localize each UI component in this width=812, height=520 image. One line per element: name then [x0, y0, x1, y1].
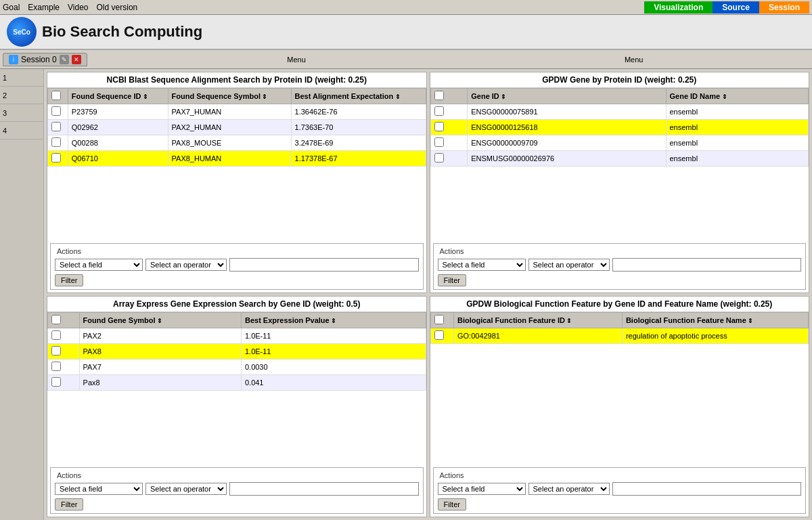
value-input-2[interactable] [229, 482, 419, 496]
row-checkbox-2-3[interactable] [51, 377, 61, 387]
col-header-1-1[interactable]: Gene ID ⇕ [468, 89, 666, 104]
table-row-2-0[interactable]: PAX21.0E-11 [48, 328, 426, 344]
cell-1-0-0: ENSG00000075891 [468, 104, 666, 120]
session-icon-close[interactable]: ✕ [72, 55, 81, 64]
row-checkbox-1-1[interactable] [434, 122, 444, 131]
session-bar: i Session 0 ✎ ✕ Menu Menu [0, 50, 812, 69]
filter-button-2[interactable]: Filter [55, 498, 83, 511]
table-row-0-0[interactable]: P23759PAX7_HUMAN1.36462E-76 [48, 104, 426, 120]
row-checkbox-1-2[interactable] [434, 137, 444, 147]
row-checkbox-2-2[interactable] [51, 362, 61, 371]
col-header-3-1[interactable]: Biological Function Feature ID ⇕ [453, 313, 622, 328]
table-row-1-3[interactable]: ENSMUSG00000026976ensembl [430, 151, 809, 167]
operator-select-2[interactable]: Select an operator [145, 483, 227, 495]
actions-label-1: Actions [438, 247, 466, 255]
field-select-0[interactable]: Select a field [55, 259, 143, 271]
header-checkbox-1[interactable] [434, 91, 444, 100]
table-scroll-2: Found Gene Symbol ⇕Best Expression Pvalu… [47, 312, 426, 464]
operator-select-3[interactable]: Select an operator [528, 483, 610, 495]
row-checkbox-2-0[interactable] [51, 330, 61, 340]
data-table-0: Found Sequence ID ⇕Found Sequence Symbol… [47, 88, 426, 167]
session-button[interactable]: Session [759, 1, 809, 14]
table-row-1-1[interactable]: ENSG00000125618ensembl [430, 120, 809, 135]
col-header-0-2[interactable]: Found Sequence Symbol ⇕ [168, 89, 291, 104]
panel-title-1: GPDW Gene by Protein ID (weight: 0.25) [430, 72, 809, 88]
cell-0-0-2: 1.36462E-76 [291, 104, 426, 120]
visualization-button[interactable]: Visualization [644, 1, 713, 14]
table-row-2-1[interactable]: PAX81.0E-11 [48, 344, 426, 360]
sidebar-item-4[interactable]: 4 [0, 122, 43, 139]
col-header-0-0 [48, 89, 68, 104]
col-header-0-1[interactable]: Found Sequence ID ⇕ [68, 89, 168, 104]
actions-0: ActionsSelect a fieldSelect an operatorF… [50, 243, 424, 290]
value-input-1[interactable] [612, 258, 802, 272]
cell-1-1-1: ensembl [666, 120, 809, 135]
row-checkbox-0-3[interactable] [51, 153, 61, 162]
cell-0-0-0: P23759 [68, 104, 168, 120]
col-header-3-2[interactable]: Biological Function Feature Name ⇕ [622, 313, 808, 328]
menu-goal[interactable]: Goal [3, 3, 20, 12]
col-header-1-0 [430, 89, 468, 104]
table-row-3-0[interactable]: GO:0042981regulation of apoptotic proces… [430, 328, 809, 344]
panel-title-2: Array Express Gene Expression Search by … [47, 297, 426, 312]
top-right-buttons: Visualization Source Session [644, 1, 809, 14]
actions-row-0: Select a fieldSelect an operator [55, 258, 419, 272]
col-header-2-1[interactable]: Found Gene Symbol ⇕ [79, 313, 241, 328]
row-checkbox-3-0[interactable] [434, 330, 444, 340]
table-row-2-3[interactable]: Pax80.041 [48, 375, 426, 391]
top-menu-bar: Goal Example Video Old version Visualiza… [0, 0, 812, 15]
operator-select-0[interactable]: Select an operator [145, 259, 227, 271]
filter-button-0[interactable]: Filter [55, 274, 83, 286]
field-select-3[interactable]: Select a field [438, 483, 526, 495]
field-select-2[interactable]: Select a field [55, 483, 143, 495]
sidebar-item-3[interactable]: 3 [0, 104, 43, 122]
filter-button-1[interactable]: Filter [438, 274, 466, 286]
table-row-0-3[interactable]: Q06710PAX8_HUMAN1.17378E-67 [48, 151, 426, 167]
row-checkbox-0-0[interactable] [51, 106, 61, 116]
value-input-3[interactable] [612, 482, 802, 496]
header-bar: SeCo Bio Search Computing [0, 15, 812, 50]
cell-0-1-2: 1.7363E-70 [291, 120, 426, 135]
session-label: Session 0 [21, 55, 57, 64]
header-checkbox-3[interactable] [434, 315, 444, 324]
table-row-2-2[interactable]: PAX70.0030 [48, 360, 426, 375]
session-tab[interactable]: i Session 0 ✎ ✕ [3, 53, 87, 66]
header-checkbox-2[interactable] [51, 315, 61, 324]
table-row-0-2[interactable]: Q00288PAX8_MOUSE3.2478E-69 [48, 135, 426, 151]
cell-1-3-0: ENSMUSG00000026976 [468, 151, 666, 167]
actions-2: ActionsSelect a fieldSelect an operatorF… [50, 467, 424, 514]
panel-3: GPDW Biological Function Feature by Gene… [430, 296, 810, 517]
cell-2-2-1: 0.0030 [241, 360, 426, 375]
session-icon-edit[interactable]: ✎ [60, 55, 69, 64]
row-checkbox-1-3[interactable] [434, 153, 444, 162]
table-scroll-0: Found Sequence ID ⇕Found Sequence Symbol… [47, 88, 426, 240]
table-row-1-0[interactable]: ENSG00000075891ensembl [430, 104, 809, 120]
sidebar-item-1[interactable]: 1 [0, 69, 43, 87]
table-row-1-2[interactable]: ENSG00000009709ensembl [430, 135, 809, 151]
operator-select-1[interactable]: Select an operator [528, 259, 610, 271]
cell-2-2-0: PAX7 [79, 360, 241, 375]
col-header-1-2[interactable]: Gene ID Name ⇕ [666, 89, 809, 104]
menu-old-version[interactable]: Old version [97, 3, 138, 12]
menu-video[interactable]: Video [68, 3, 88, 12]
cell-3-0-0: GO:0042981 [453, 328, 622, 344]
panels-area: NCBI Blast Sequence Alignment Search by … [44, 69, 812, 520]
table-row-0-1[interactable]: Q02962PAX2_HUMAN1.7363E-70 [48, 120, 426, 135]
sidebar-item-2[interactable]: 2 [0, 87, 43, 104]
cell-3-0-1: regulation of apoptotic process [622, 328, 808, 344]
col-header-0-3[interactable]: Best Alignment Expectation ⇕ [291, 89, 426, 104]
cell-0-0-1: PAX7_HUMAN [168, 104, 291, 120]
row-checkbox-1-0[interactable] [434, 106, 444, 116]
row-checkbox-0-1[interactable] [51, 122, 61, 131]
field-select-1[interactable]: Select a field [438, 259, 526, 271]
filter-button-3[interactable]: Filter [438, 498, 466, 511]
col-header-2-2[interactable]: Best Expression Pvalue ⇕ [241, 313, 426, 328]
header-checkbox-0[interactable] [51, 91, 61, 100]
source-button[interactable]: Source [713, 1, 759, 14]
col-header-3-0 [430, 313, 453, 328]
row-checkbox-2-1[interactable] [51, 346, 61, 355]
value-input-0[interactable] [229, 258, 419, 272]
menu-example[interactable]: Example [28, 3, 60, 12]
row-checkbox-0-2[interactable] [51, 137, 61, 147]
cell-0-1-1: PAX2_HUMAN [168, 120, 291, 135]
